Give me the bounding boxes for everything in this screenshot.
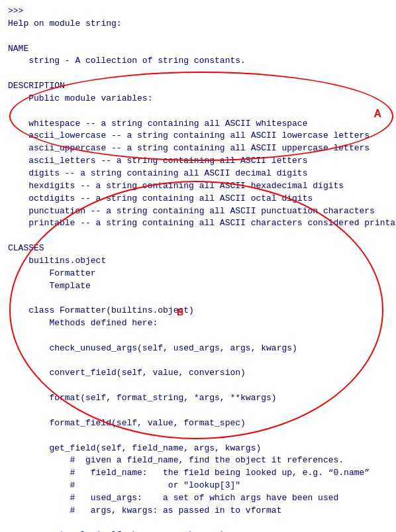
method-check-unused: check_unused_args(self, used_args, args,… <box>8 343 388 355</box>
var-ascii-letters: ascii_letters -- a string containing all… <box>8 155 388 168</box>
annotation-b-label: B <box>177 307 183 317</box>
get-field-comment-1: # given a field_name, find the object it… <box>8 454 388 467</box>
methods-header: Methods defined here: <box>8 317 388 330</box>
var-hexdigits: hexdigits -- a string containing all ASC… <box>8 180 388 193</box>
var-octdigits: octdigits -- a string containing all ASC… <box>8 193 388 205</box>
main-content: A B >>> Help on module string: NAME stri… <box>8 5 388 532</box>
get-field-comment-5: # args, kwargs: as passed in to vformat <box>8 505 388 517</box>
blank-7 <box>8 355 388 368</box>
var-ascii-uppercase: ascii_uppercase -- a string containing a… <box>8 142 388 155</box>
get-field-comment-3: # or "lookup[3]" <box>8 480 388 492</box>
blank-9 <box>8 405 388 417</box>
method-get-field: get_field(self, field_name, args, kwargs… <box>8 443 388 455</box>
method-convert-field: convert_field(self, value, conversion) <box>8 367 388 380</box>
var-whitespace: whitespace -- a string containing all AS… <box>8 118 388 131</box>
blank-4 <box>8 230 388 242</box>
var-digits: digits -- a string containing all ASCII … <box>8 168 388 180</box>
classes-label: CLASSES <box>8 242 388 255</box>
blank-5 <box>8 292 388 305</box>
formatter-class-item: Formatter <box>8 268 388 280</box>
blank-1 <box>8 30 388 43</box>
variables-list: whitespace -- a string containing all AS… <box>8 118 388 231</box>
blank-2 <box>8 68 388 80</box>
annotation-a-label: A <box>373 108 381 120</box>
method-format-field: format_field(self, value, format_spec) <box>8 417 388 430</box>
blank-8 <box>8 380 388 392</box>
formatter-class-def: class Formatter(builtins.object) <box>8 305 388 317</box>
method-get-value: get_value(self, key, args, kwargs) <box>8 529 388 532</box>
var-punctuation: punctuation -- a string containing all A… <box>8 205 388 218</box>
var-printable: printable -- a string containing all ASC… <box>8 217 388 230</box>
method-format: format(self, format_string, *args, **kwa… <box>8 392 388 405</box>
blank-11 <box>8 517 388 530</box>
builtins-object: builtins.object <box>8 255 388 268</box>
description-intro: Public module variables: <box>8 93 388 105</box>
name-content: string - A collection of string constant… <box>8 55 388 68</box>
get-field-comment-2: # field_name: the field being looked up,… <box>8 467 388 480</box>
name-label: NAME <box>8 43 388 56</box>
template-class-item: Template <box>8 280 388 293</box>
blank-6 <box>8 330 388 343</box>
help-title: Help on module string: <box>8 18 388 30</box>
prompt-line: >>> <box>8 5 388 18</box>
get-field-comment-4: # used_args: a set of which args have be… <box>8 492 388 505</box>
blank-3 <box>8 105 388 118</box>
var-ascii-lowercase: ascii_lowercase -- a string containing a… <box>8 130 388 142</box>
blank-10 <box>8 430 388 443</box>
description-label: DESCRIPTION <box>8 80 388 93</box>
